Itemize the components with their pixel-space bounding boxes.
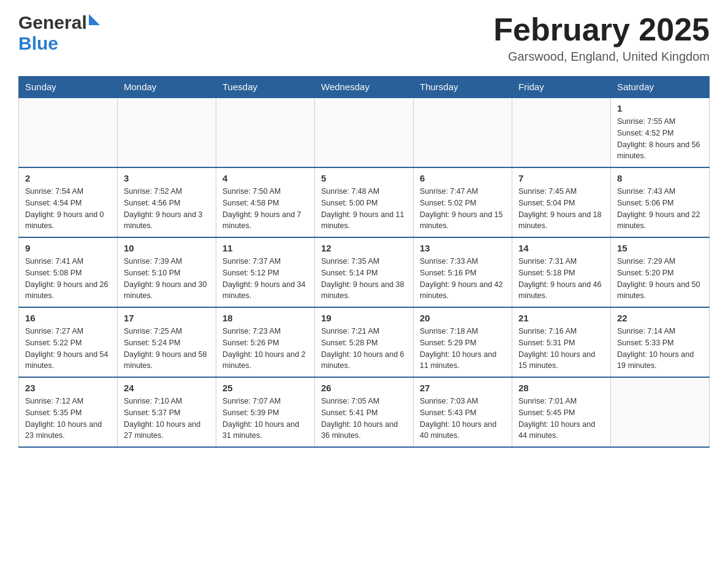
calendar-day-cell: 5Sunrise: 7:48 AM Sunset: 5:00 PM Daylig…	[315, 167, 414, 237]
day-info: Sunrise: 7:14 AM Sunset: 5:33 PM Dayligh…	[617, 326, 703, 372]
day-info: Sunrise: 7:45 AM Sunset: 5:04 PM Dayligh…	[518, 186, 604, 232]
logo-blue-text: Blue	[18, 33, 58, 53]
day-number: 3	[124, 173, 210, 183]
day-info: Sunrise: 7:05 AM Sunset: 5:41 PM Dayligh…	[321, 396, 407, 442]
day-info: Sunrise: 7:50 AM Sunset: 4:58 PM Dayligh…	[222, 186, 308, 232]
day-number: 16	[25, 313, 111, 323]
logo-general-text: General	[18, 12, 87, 33]
day-info: Sunrise: 7:12 AM Sunset: 5:35 PM Dayligh…	[25, 396, 111, 442]
logo-arrow-icon	[89, 14, 100, 25]
day-number: 20	[420, 313, 506, 323]
day-info: Sunrise: 7:41 AM Sunset: 5:08 PM Dayligh…	[25, 256, 111, 302]
day-info: Sunrise: 7:29 AM Sunset: 5:20 PM Dayligh…	[617, 256, 703, 302]
title-section: February 2025 Garswood, England, United …	[493, 12, 710, 64]
day-info: Sunrise: 7:39 AM Sunset: 5:10 PM Dayligh…	[124, 256, 210, 302]
day-number: 28	[518, 383, 604, 393]
day-number: 4	[222, 173, 308, 183]
calendar-week-row: 16Sunrise: 7:27 AM Sunset: 5:22 PM Dayli…	[19, 307, 710, 377]
day-number: 26	[321, 383, 407, 393]
calendar-week-row: 23Sunrise: 7:12 AM Sunset: 5:35 PM Dayli…	[19, 377, 710, 447]
calendar-table: SundayMondayTuesdayWednesdayThursdayFrid…	[18, 76, 710, 448]
day-number: 25	[222, 383, 308, 393]
day-info: Sunrise: 7:33 AM Sunset: 5:16 PM Dayligh…	[420, 256, 506, 302]
calendar-day-cell: 8Sunrise: 7:43 AM Sunset: 5:06 PM Daylig…	[611, 167, 710, 237]
calendar-day-cell	[216, 98, 315, 167]
calendar-day-cell	[118, 98, 216, 167]
calendar-week-row: 2Sunrise: 7:54 AM Sunset: 4:54 PM Daylig…	[19, 167, 710, 237]
day-of-week-header: Wednesday	[315, 77, 414, 98]
day-number: 15	[617, 243, 703, 253]
day-info: Sunrise: 7:07 AM Sunset: 5:39 PM Dayligh…	[222, 396, 308, 442]
day-info: Sunrise: 7:35 AM Sunset: 5:14 PM Dayligh…	[321, 256, 407, 302]
logo: General Blue	[18, 12, 100, 54]
day-number: 5	[321, 173, 407, 183]
calendar-day-cell: 16Sunrise: 7:27 AM Sunset: 5:22 PM Dayli…	[19, 307, 118, 377]
day-of-week-header: Monday	[118, 77, 216, 98]
calendar-day-cell: 11Sunrise: 7:37 AM Sunset: 5:12 PM Dayli…	[216, 237, 315, 307]
location-text: Garswood, England, United Kingdom	[493, 50, 710, 64]
day-info: Sunrise: 7:48 AM Sunset: 5:00 PM Dayligh…	[321, 186, 407, 232]
day-info: Sunrise: 7:52 AM Sunset: 4:56 PM Dayligh…	[124, 186, 210, 232]
page-header: General Blue February 2025 Garswood, Eng…	[18, 12, 710, 64]
calendar-week-row: 1Sunrise: 7:55 AM Sunset: 4:52 PM Daylig…	[19, 98, 710, 167]
calendar-day-cell: 4Sunrise: 7:50 AM Sunset: 4:58 PM Daylig…	[216, 167, 315, 237]
calendar-day-cell: 23Sunrise: 7:12 AM Sunset: 5:35 PM Dayli…	[19, 377, 118, 447]
day-info: Sunrise: 7:25 AM Sunset: 5:24 PM Dayligh…	[124, 326, 210, 372]
calendar-day-cell: 26Sunrise: 7:05 AM Sunset: 5:41 PM Dayli…	[315, 377, 414, 447]
day-number: 11	[222, 243, 308, 253]
calendar-day-cell	[512, 98, 611, 167]
day-number: 18	[222, 313, 308, 323]
calendar-header-row: SundayMondayTuesdayWednesdayThursdayFrid…	[19, 77, 710, 98]
calendar-day-cell: 10Sunrise: 7:39 AM Sunset: 5:10 PM Dayli…	[118, 237, 216, 307]
calendar-day-cell: 25Sunrise: 7:07 AM Sunset: 5:39 PM Dayli…	[216, 377, 315, 447]
day-of-week-header: Thursday	[414, 77, 512, 98]
calendar-day-cell: 2Sunrise: 7:54 AM Sunset: 4:54 PM Daylig…	[19, 167, 118, 237]
calendar-day-cell: 20Sunrise: 7:18 AM Sunset: 5:29 PM Dayli…	[414, 307, 512, 377]
calendar-day-cell: 1Sunrise: 7:55 AM Sunset: 4:52 PM Daylig…	[611, 98, 710, 167]
day-info: Sunrise: 7:03 AM Sunset: 5:43 PM Dayligh…	[420, 396, 506, 442]
calendar-day-cell: 19Sunrise: 7:21 AM Sunset: 5:28 PM Dayli…	[315, 307, 414, 377]
day-info: Sunrise: 7:55 AM Sunset: 4:52 PM Dayligh…	[617, 116, 703, 162]
day-info: Sunrise: 7:10 AM Sunset: 5:37 PM Dayligh…	[124, 396, 210, 442]
calendar-day-cell: 24Sunrise: 7:10 AM Sunset: 5:37 PM Dayli…	[118, 377, 216, 447]
calendar-day-cell: 9Sunrise: 7:41 AM Sunset: 5:08 PM Daylig…	[19, 237, 118, 307]
day-number: 21	[518, 313, 604, 323]
day-number: 17	[124, 313, 210, 323]
calendar-day-cell	[315, 98, 414, 167]
calendar-day-cell: 21Sunrise: 7:16 AM Sunset: 5:31 PM Dayli…	[512, 307, 611, 377]
day-number: 8	[617, 173, 703, 183]
day-of-week-header: Friday	[512, 77, 611, 98]
day-number: 9	[25, 243, 111, 253]
calendar-day-cell: 14Sunrise: 7:31 AM Sunset: 5:18 PM Dayli…	[512, 237, 611, 307]
day-number: 24	[124, 383, 210, 393]
day-number: 14	[518, 243, 604, 253]
calendar-day-cell	[611, 377, 710, 447]
day-number: 23	[25, 383, 111, 393]
day-info: Sunrise: 7:43 AM Sunset: 5:06 PM Dayligh…	[617, 186, 703, 232]
calendar-day-cell: 15Sunrise: 7:29 AM Sunset: 5:20 PM Dayli…	[611, 237, 710, 307]
month-title: February 2025	[493, 12, 710, 47]
day-number: 6	[420, 173, 506, 183]
calendar-day-cell: 3Sunrise: 7:52 AM Sunset: 4:56 PM Daylig…	[118, 167, 216, 237]
day-info: Sunrise: 7:16 AM Sunset: 5:31 PM Dayligh…	[518, 326, 604, 372]
day-info: Sunrise: 7:21 AM Sunset: 5:28 PM Dayligh…	[321, 326, 407, 372]
calendar-day-cell	[414, 98, 512, 167]
day-number: 1	[617, 103, 703, 113]
day-of-week-header: Tuesday	[216, 77, 315, 98]
day-number: 27	[420, 383, 506, 393]
day-number: 13	[420, 243, 506, 253]
day-of-week-header: Saturday	[611, 77, 710, 98]
day-number: 2	[25, 173, 111, 183]
calendar-day-cell: 12Sunrise: 7:35 AM Sunset: 5:14 PM Dayli…	[315, 237, 414, 307]
calendar-day-cell: 27Sunrise: 7:03 AM Sunset: 5:43 PM Dayli…	[414, 377, 512, 447]
calendar-week-row: 9Sunrise: 7:41 AM Sunset: 5:08 PM Daylig…	[19, 237, 710, 307]
day-info: Sunrise: 7:18 AM Sunset: 5:29 PM Dayligh…	[420, 326, 506, 372]
day-info: Sunrise: 7:27 AM Sunset: 5:22 PM Dayligh…	[25, 326, 111, 372]
calendar-day-cell: 18Sunrise: 7:23 AM Sunset: 5:26 PM Dayli…	[216, 307, 315, 377]
calendar-day-cell: 28Sunrise: 7:01 AM Sunset: 5:45 PM Dayli…	[512, 377, 611, 447]
calendar-day-cell: 13Sunrise: 7:33 AM Sunset: 5:16 PM Dayli…	[414, 237, 512, 307]
calendar-day-cell	[19, 98, 118, 167]
day-info: Sunrise: 7:31 AM Sunset: 5:18 PM Dayligh…	[518, 256, 604, 302]
day-of-week-header: Sunday	[19, 77, 118, 98]
day-number: 10	[124, 243, 210, 253]
